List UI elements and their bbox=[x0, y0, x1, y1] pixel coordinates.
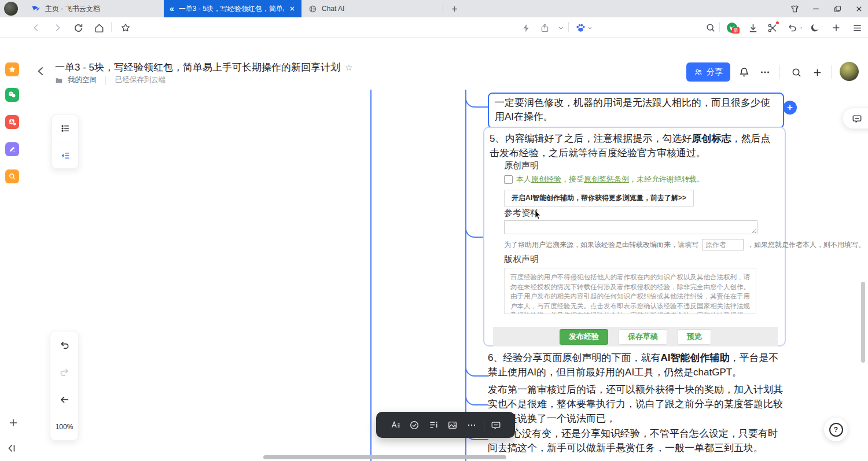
text-format-toolbar bbox=[376, 412, 515, 438]
task-check-icon[interactable] bbox=[405, 412, 424, 438]
core-paragraph[interactable]: 心没有变，还是分享知识经验，不管平台怎么设定，只要有时间去搞这个，新手可以做新手… bbox=[488, 426, 785, 455]
horizontal-scrollbar[interactable] bbox=[263, 455, 506, 459]
divider: │ bbox=[101, 76, 111, 84]
breadcrumb-space[interactable]: 我的空间 bbox=[68, 75, 97, 85]
undo-history-icon[interactable] bbox=[786, 21, 804, 34]
menu-icon[interactable] bbox=[849, 21, 865, 34]
quick-search-icon[interactable] bbox=[5, 169, 19, 183]
step5-block[interactable]: 5、内容编辑好了之后，注意根据提示，勾选好原创标志，然后点击发布经验，之后就等待… bbox=[483, 127, 786, 346]
step5-text: 5、内容编辑好了之后，注意根据提示，勾选好原创标志，然后点击发布经验，之后就等待… bbox=[490, 131, 780, 160]
maximize-restore-button[interactable] bbox=[827, 0, 848, 17]
ai-assist-banner[interactable]: 开启AI智能创作辅助，帮你获得更多浏览量，前去了解>> bbox=[504, 190, 694, 206]
share-button[interactable]: 分享 bbox=[686, 62, 730, 82]
reward-paragraph[interactable]: 发布第一篇审核过后的话，还可以额外获得十块的奖励，加入计划其实也不是很难，整体要… bbox=[488, 382, 785, 426]
tab-feishu-home[interactable]: 主页 - 飞书云文档 bbox=[25, 0, 163, 17]
wechat-icon[interactable] bbox=[5, 88, 19, 102]
reference-textarea[interactable] bbox=[504, 220, 757, 234]
cb-text: ，未经允许谢绝转载。 bbox=[629, 175, 704, 183]
tab-close-icon[interactable] bbox=[289, 5, 296, 12]
step6-bold: AI智能创作辅助 bbox=[660, 352, 729, 363]
browser-profile-avatar[interactable] bbox=[4, 2, 18, 16]
insert-image-icon[interactable] bbox=[443, 412, 462, 438]
download-icon[interactable] bbox=[745, 21, 760, 34]
home-icon[interactable] bbox=[91, 21, 106, 34]
notification-dot bbox=[776, 21, 779, 24]
extension-new-icon[interactable]: 新 bbox=[724, 21, 740, 34]
preview-button[interactable]: 预览 bbox=[678, 329, 711, 345]
save-draft-button[interactable]: 保存草稿 bbox=[619, 329, 667, 345]
copyright-statement: 百度经验的用户不得侵犯包括他人的著作权在内的知识产权以及其他合法权利，请勿在未经… bbox=[504, 268, 756, 314]
new-tab-button[interactable] bbox=[446, 0, 463, 17]
user-avatar[interactable] bbox=[840, 62, 859, 81]
notifications-bell-icon[interactable] bbox=[736, 65, 752, 80]
step6-pre: 6、经验分享页面原创声明的下面，就有 bbox=[488, 352, 660, 363]
translate-icon[interactable] bbox=[5, 115, 19, 129]
publish-button[interactable]: 发布经验 bbox=[560, 329, 608, 345]
vertical-scrollbar[interactable] bbox=[861, 282, 865, 363]
bookmark-star-icon[interactable] bbox=[118, 21, 133, 34]
create-new-icon[interactable] bbox=[809, 65, 825, 80]
divider bbox=[568, 22, 569, 32]
copyright-heading: 版权声明 bbox=[504, 254, 539, 265]
redo-button[interactable] bbox=[50, 359, 78, 386]
favorite-star-icon[interactable]: ☆ bbox=[345, 62, 352, 73]
minimize-button[interactable] bbox=[806, 0, 826, 17]
original-author-input[interactable] bbox=[702, 239, 744, 250]
page-title: 一单3 - 5块，写经验领红包，简单易上手可长期操作的新回享计划 ☆ bbox=[55, 61, 352, 74]
selected-callout-block[interactable]: 一定要润色修改，机器的用词是无法跟人相比的，而且很多少使用AI在操作。 bbox=[488, 93, 784, 128]
reference-heading: 参考资料 bbox=[504, 208, 539, 219]
list-insert-icon[interactable] bbox=[424, 412, 443, 438]
original-declaration-heading: 原创声明 bbox=[504, 160, 539, 171]
more-options-icon[interactable] bbox=[757, 65, 773, 80]
forward-icon[interactable] bbox=[50, 21, 65, 34]
mindnote-view-button[interactable] bbox=[52, 142, 78, 168]
collapse-sidebar-icon[interactable] bbox=[5, 441, 20, 456]
more-tools-icon[interactable] bbox=[462, 412, 481, 438]
step5-pre: 5、内容编辑好了之后，注意根据提示，勾选好 bbox=[490, 133, 692, 144]
back-icon[interactable] bbox=[29, 21, 44, 34]
add-block-button[interactable]: + bbox=[783, 101, 797, 115]
comment-icon[interactable] bbox=[487, 412, 506, 438]
doc-search-icon[interactable] bbox=[788, 65, 804, 80]
screenshot-scissors-icon[interactable] bbox=[765, 21, 780, 34]
add-icon[interactable] bbox=[829, 21, 844, 34]
favorites-star-icon[interactable] bbox=[5, 62, 19, 76]
sidebar-add-icon[interactable] bbox=[6, 415, 21, 430]
undo-button[interactable] bbox=[50, 331, 78, 359]
help-button[interactable]: ? bbox=[824, 418, 848, 441]
outline-list-button[interactable] bbox=[52, 115, 78, 142]
cb-text: 本人 bbox=[516, 175, 531, 183]
block-connector bbox=[465, 395, 488, 405]
doc-favicon: « bbox=[170, 4, 174, 13]
search-page-icon[interactable] bbox=[703, 21, 718, 34]
tab-doc-active[interactable]: « 一单3 - 5块，写经验领红包，简单易 bbox=[164, 0, 301, 17]
tab-title: Chat AI bbox=[322, 5, 435, 13]
theme-skin-icon[interactable] bbox=[784, 0, 805, 17]
block-guide-line-inner bbox=[465, 90, 466, 461]
outline-panel bbox=[52, 115, 79, 169]
lightning-icon[interactable] bbox=[518, 21, 534, 34]
chevron-down-icon[interactable] bbox=[553, 21, 568, 34]
tab-chat-ai[interactable]: Chat AI bbox=[303, 0, 440, 17]
zoom-level[interactable]: 100% bbox=[50, 413, 78, 440]
divider bbox=[831, 65, 832, 79]
original-checkbox[interactable] bbox=[504, 175, 513, 184]
share-page-icon[interactable] bbox=[537, 21, 552, 34]
cb-link-rules[interactable]: 原创奖惩条例 bbox=[584, 175, 629, 183]
text-style-icon[interactable] bbox=[386, 412, 405, 438]
cb-link-original[interactable]: 原创经验 bbox=[531, 175, 561, 183]
notes-pen-icon[interactable] bbox=[5, 142, 19, 156]
dark-mode-moon-icon[interactable] bbox=[808, 21, 823, 34]
people-icon bbox=[694, 68, 703, 77]
browser-tab-bar: 主页 - 飞书云文档 « 一单3 - 5块，写经验领红包，简单易 Chat AI bbox=[0, 0, 868, 17]
doc-back-icon[interactable] bbox=[34, 64, 49, 79]
divider bbox=[111, 22, 112, 32]
close-window-button[interactable] bbox=[848, 0, 868, 17]
tab-title: 主页 - 飞书云文档 bbox=[45, 4, 157, 14]
original-declaration-row: 本人原创经验，接受原创奖惩条例，未经允许谢绝转载。 bbox=[504, 174, 704, 185]
baidu-paw-extension-icon[interactable] bbox=[574, 21, 594, 34]
reload-icon[interactable] bbox=[71, 21, 86, 34]
back-to-position-icon[interactable] bbox=[50, 386, 78, 413]
step6-paragraph[interactable]: 6、经验分享页面原创声明的下面，就有AI智能创作辅助，平台是不禁止使用AI的，但… bbox=[488, 351, 785, 379]
add-comment-button[interactable] bbox=[843, 108, 868, 129]
